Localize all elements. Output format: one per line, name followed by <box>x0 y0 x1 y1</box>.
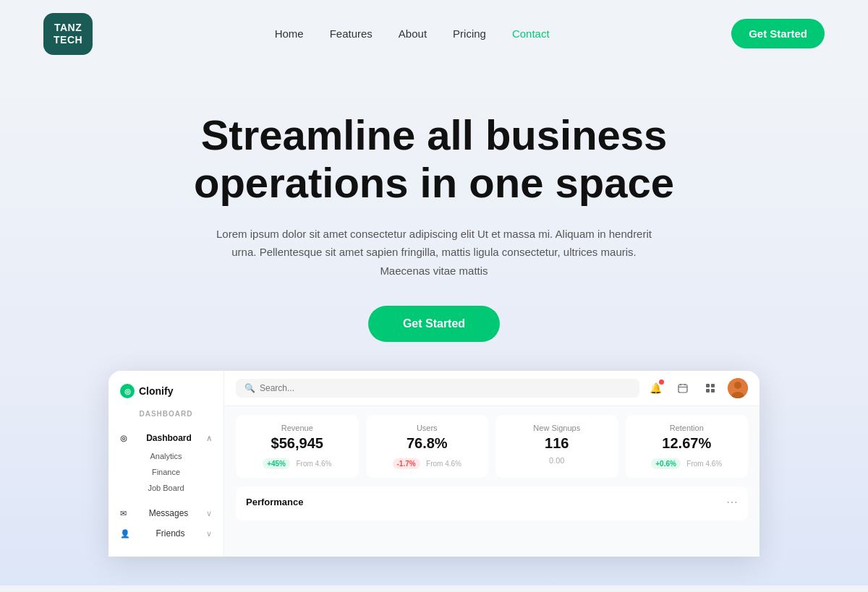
stat-badge-revenue: +45% From 4.6% <box>246 456 349 469</box>
dashboard-main: 🔍 🔔 <box>224 371 760 557</box>
nav-item-home[interactable]: Home <box>275 27 304 40</box>
svg-rect-5 <box>711 384 715 387</box>
nav-item-features[interactable]: Features <box>330 27 373 40</box>
stat-label-retention: Retention <box>636 424 739 432</box>
dashboard-topbar: 🔍 🔔 <box>224 371 760 406</box>
search-icon: 🔍 <box>244 383 255 393</box>
stat-badge-retention: +0.6% From 4.6% <box>636 456 739 469</box>
svg-point-9 <box>734 382 741 389</box>
stat-value-retention: 12.67% <box>636 435 739 452</box>
sidebar-item-messages[interactable]: ✉ Messages ∨ <box>109 503 224 523</box>
sidebar-item-finance[interactable]: Finance <box>109 464 224 480</box>
dashboard-sidebar: ◎ Clonify DASHBOARD ◎ Dashboard ∧ Analyt… <box>109 371 224 557</box>
svg-rect-0 <box>678 385 687 392</box>
person-icon: 👤 <box>120 529 130 539</box>
stat-value-signups: 116 <box>506 435 608 452</box>
stat-label-signups: New Signups <box>506 424 608 432</box>
nav-item-about[interactable]: About <box>399 27 427 40</box>
chevron-up-icon: ∧ <box>206 434 212 443</box>
stat-value-users: 76.8% <box>376 435 479 452</box>
nav-get-started-button[interactable]: Get Started <box>731 19 825 48</box>
brand-logo[interactable]: TANZ TECH <box>43 13 93 55</box>
stat-card-revenue: Revenue $56,945 +45% From 4.6% <box>236 415 359 478</box>
hero-get-started-button[interactable]: Get Started <box>368 306 500 342</box>
nav-item-pricing[interactable]: Pricing <box>453 27 486 40</box>
clonify-icon: ◎ <box>120 384 135 398</box>
hero-description: Lorem ipsum dolor sit amet consectetur a… <box>210 225 658 280</box>
stat-from-revenue: From 4.6% <box>296 460 331 468</box>
svg-rect-6 <box>706 389 710 392</box>
stat-badge-users: -1.7% From 4.6% <box>376 456 479 469</box>
nav-item-contact[interactable]: Contact <box>512 27 550 40</box>
navbar: TANZ TECH Home Features About Pricing Co… <box>0 0 868 68</box>
sidebar-section-label: DASHBOARD <box>109 410 224 424</box>
stat-card-users: Users 76.8% -1.7% From 4.6% <box>366 415 489 478</box>
stat-card-retention: Retention 12.67% +0.6% From 4.6% <box>626 415 749 478</box>
stats-row: Revenue $56,945 +45% From 4.6% Users 76.… <box>224 406 760 486</box>
svg-rect-4 <box>706 384 710 387</box>
performance-header: Performance ⋯ <box>246 495 738 509</box>
calendar-icon[interactable] <box>673 378 693 398</box>
message-icon: ✉ <box>120 509 127 518</box>
stat-card-signups: New Signups 116 0.00 <box>495 415 618 478</box>
grid-icon[interactable] <box>700 378 720 398</box>
performance-menu-icon[interactable]: ⋯ <box>726 495 738 509</box>
sidebar-nav-group: ◎ Dashboard ∧ Analytics Finance Job Boar… <box>109 428 224 496</box>
performance-section: Performance ⋯ <box>236 486 748 520</box>
nav-links: Home Features About Pricing Contact <box>275 27 550 40</box>
stat-from-users: From 4.6% <box>426 460 461 468</box>
hero-section: Streamline all business operations in on… <box>0 68 868 586</box>
hero-heading: Streamline all business operations in on… <box>181 111 687 207</box>
chevron-down-icon: ∨ <box>206 509 212 518</box>
bell-icon[interactable]: 🔔 <box>645 378 665 398</box>
svg-rect-7 <box>711 389 715 392</box>
sidebar-item-analytics[interactable]: Analytics <box>109 448 224 464</box>
stat-label-users: Users <box>376 424 479 432</box>
avatar[interactable] <box>728 378 748 398</box>
stat-badge-negative-users: -1.7% <box>393 458 420 469</box>
dashboard-logo: ◎ Clonify <box>109 384 224 410</box>
stat-from-retention: From 4.6% <box>686 460 722 468</box>
stat-neutral-signups: 0.00 <box>506 456 608 465</box>
sidebar-item-friends[interactable]: 👤 Friends ∨ <box>109 523 224 544</box>
search-input[interactable] <box>260 383 631 393</box>
stat-badge-positive-revenue: +45% <box>263 458 290 469</box>
stat-badge-positive-retention: +0.6% <box>651 458 681 469</box>
search-bar[interactable]: 🔍 <box>236 379 639 398</box>
stat-value-revenue: $56,945 <box>246 435 349 452</box>
dashboard-item-icon: ◎ <box>120 434 127 443</box>
chevron-down-icon-2: ∨ <box>206 529 212 539</box>
sidebar-item-dashboard[interactable]: ◎ Dashboard ∧ <box>109 428 224 448</box>
sidebar-item-jobboard[interactable]: Job Board <box>109 480 224 496</box>
topbar-icons: 🔔 <box>645 378 748 398</box>
performance-title: Performance <box>246 497 303 507</box>
dashboard-preview: ◎ Clonify DASHBOARD ◎ Dashboard ∧ Analyt… <box>109 371 760 557</box>
stat-label-revenue: Revenue <box>246 424 349 432</box>
